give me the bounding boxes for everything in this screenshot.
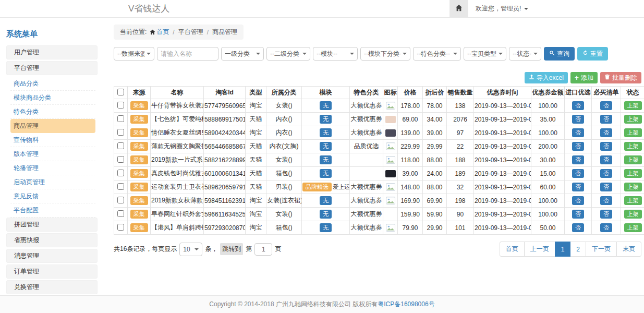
imported-toggle[interactable]: 否 — [572, 142, 584, 151]
imported-toggle[interactable]: 否 — [572, 128, 584, 137]
status-badge[interactable]: 上架 — [624, 183, 642, 191]
module-none-badge[interactable]: 无 — [320, 101, 332, 110]
row-checkbox[interactable] — [117, 197, 124, 203]
must-buy-toggle[interactable]: 否 — [600, 142, 612, 151]
module-none-badge[interactable]: 无 — [320, 196, 332, 205]
sidebar-item-6[interactable]: 宣传物料 — [10, 133, 95, 147]
imported-toggle[interactable]: 否 — [572, 155, 584, 164]
row-checkbox[interactable] — [117, 170, 124, 176]
page-button-5[interactable]: 末页 — [616, 242, 641, 257]
jump-page-input[interactable] — [254, 243, 272, 256]
main-content: 当前位置: 首页 / 平台管理 / 商品管理 --数据来源--一级分类--二级分… — [114, 18, 641, 257]
search-button[interactable]: 查询 — [544, 47, 575, 61]
imported-toggle[interactable]: 否 — [572, 183, 584, 191]
page-button-4[interactable]: 下一页 — [586, 242, 617, 257]
status-select[interactable]: --状态-- — [509, 47, 541, 61]
data-source-select[interactable]: --数据来源-- — [114, 47, 154, 61]
user-menu[interactable]: 欢迎您，管理员! — [476, 4, 528, 13]
sidebar-group-1[interactable]: 平台管理 — [6, 61, 98, 75]
row-checkbox[interactable] — [117, 224, 124, 231]
status-badge[interactable]: 上架 — [624, 169, 642, 178]
row-checkbox[interactable] — [117, 129, 124, 136]
row-checkbox[interactable] — [117, 210, 124, 217]
sidebar-group-12[interactable]: 拼团管理 — [6, 218, 98, 232]
module-none-badge[interactable]: 无 — [320, 128, 332, 137]
reset-button[interactable]: 重置 — [577, 47, 608, 61]
imported-toggle[interactable]: 否 — [572, 169, 584, 178]
must-buy-toggle[interactable]: 否 — [600, 183, 612, 191]
table-cell: 早春网红针织外套女春... — [151, 208, 204, 221]
must-buy-toggle[interactable]: 否 — [600, 155, 612, 164]
row-checkbox[interactable] — [117, 183, 124, 190]
must-buy-toggle[interactable]: 否 — [600, 169, 612, 178]
sidebar-item-4[interactable]: 特色分类 — [10, 105, 95, 119]
module-none-badge[interactable]: 无 — [320, 142, 332, 151]
status-badge[interactable]: 上架 — [624, 155, 642, 164]
status-badge[interactable]: 上架 — [624, 142, 642, 151]
item-type-select[interactable]: --宝贝类型-- — [464, 47, 506, 61]
row-checkbox[interactable] — [117, 142, 124, 149]
module-none-badge[interactable]: 无 — [320, 223, 332, 232]
sidebar-item-8[interactable]: 轮播管理 — [10, 161, 95, 175]
must-buy-toggle[interactable]: 否 — [600, 196, 612, 205]
sidebar-group-13[interactable]: 省惠快报 — [6, 233, 98, 247]
row-checkbox[interactable] — [117, 115, 124, 122]
module-cell: 无 — [302, 208, 350, 221]
sidebar-group-0[interactable]: 用户管理 — [6, 45, 98, 59]
select-all-checkbox[interactable] — [117, 89, 124, 95]
must-buy-toggle[interactable]: 否 — [600, 223, 612, 232]
add-button[interactable]: + 添加 — [570, 72, 598, 83]
name-input[interactable] — [157, 47, 218, 61]
imported-toggle[interactable]: 否 — [572, 196, 584, 205]
breadcrumb-home-link[interactable]: 首页 — [156, 28, 169, 37]
must-buy-toggle[interactable]: 否 — [600, 101, 612, 110]
page-size-select[interactable]: 10 — [179, 243, 202, 256]
sidebar-item-11[interactable]: 平台配置 — [10, 203, 95, 218]
table-cell: 否 — [565, 140, 592, 153]
level1-category-select[interactable]: 一级分类 — [221, 47, 264, 61]
imported-toggle[interactable]: 否 — [572, 223, 584, 232]
imported-toggle[interactable]: 否 — [572, 101, 584, 110]
batch-delete-button[interactable]: 批量删除 — [600, 72, 641, 83]
icp-link[interactable]: 粤ICP备16098006号 — [378, 300, 434, 308]
sidebar-group-16[interactable]: 兑换管理 — [6, 280, 98, 294]
status-badge[interactable]: 上架 — [624, 115, 642, 124]
home-button[interactable] — [449, 0, 468, 17]
sidebar-group-15[interactable]: 订单管理 — [6, 264, 98, 279]
row-checkbox[interactable] — [117, 156, 124, 163]
page-button-2[interactable]: 1 — [555, 242, 571, 257]
sidebar-item-10[interactable]: 意见反馈 — [10, 189, 95, 203]
module-none-badge[interactable]: 无 — [320, 115, 332, 124]
level2-category-select[interactable]: --二级分类-- — [266, 47, 310, 61]
table-cell — [114, 126, 128, 140]
sidebar-item-9[interactable]: 启动页管理 — [10, 175, 95, 189]
sidebar-item-7[interactable]: 版本管理 — [10, 147, 95, 161]
import-excel-button[interactable]: 导入excel — [525, 72, 568, 83]
sidebar-group-14[interactable]: 消息管理 — [6, 249, 98, 263]
must-buy-toggle[interactable]: 否 — [600, 210, 612, 219]
sidebar-item-3[interactable]: 模块商品分类 — [10, 91, 95, 105]
row-checkbox[interactable] — [117, 102, 124, 109]
must-buy-toggle[interactable]: 否 — [600, 128, 612, 137]
page-button-0[interactable]: 首页 — [500, 242, 525, 257]
sidebar-item-2[interactable]: 商品分类 — [10, 77, 95, 91]
module-none-badge[interactable]: 无 — [320, 169, 332, 178]
module-none-badge[interactable]: 无 — [320, 155, 332, 164]
status-badge[interactable]: 上架 — [624, 210, 642, 219]
page-button-1[interactable]: 上一页 — [524, 242, 555, 257]
module-select[interactable]: --模块-- — [313, 47, 358, 61]
module-none-badge[interactable]: 无 — [320, 210, 332, 219]
table-cell: 采集 — [128, 126, 151, 140]
table-header-row: 来源名称淘客Id类型所属分类模块特色分类图标价格折后价销售数量优惠券时间优惠券金… — [114, 87, 644, 99]
status-badge[interactable]: 上架 — [624, 128, 642, 137]
module-subcategory-select[interactable]: --模块下分类-- — [360, 47, 410, 61]
status-badge[interactable]: 上架 — [624, 223, 642, 232]
imported-toggle[interactable]: 否 — [572, 210, 584, 219]
imported-toggle[interactable]: 否 — [572, 115, 584, 124]
status-badge[interactable]: 上架 — [624, 196, 642, 205]
feature-category-select[interactable]: --特色分类-- — [413, 47, 461, 61]
page-button-3[interactable]: 2 — [570, 242, 586, 257]
must-buy-toggle[interactable]: 否 — [600, 115, 612, 124]
sidebar-item-5[interactable]: 商品管理 — [10, 119, 95, 133]
status-badge[interactable]: 上架 — [624, 101, 642, 110]
